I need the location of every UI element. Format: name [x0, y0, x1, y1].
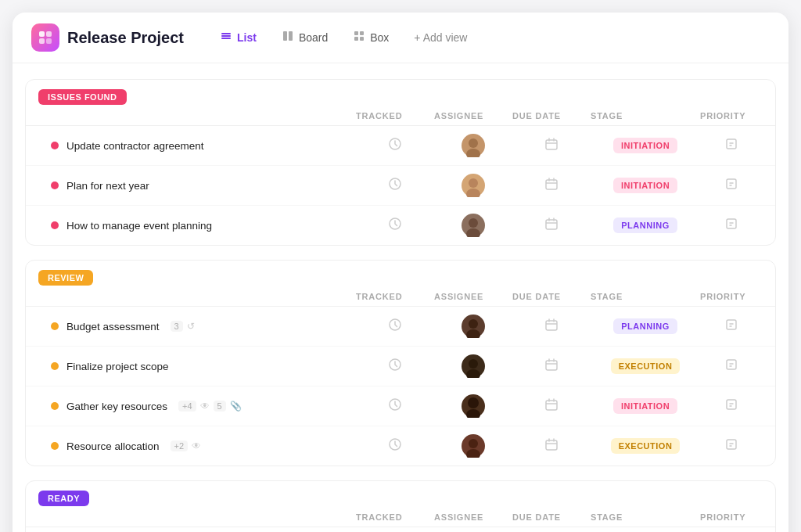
avatar [462, 354, 485, 378]
col-assignee-cell[interactable] [434, 214, 512, 237]
col-assignee: ASSIGNEE [434, 512, 512, 522]
priority-icon[interactable] [724, 217, 738, 235]
col-stage-cell[interactable]: INITIATION [591, 398, 700, 414]
calendar-icon[interactable] [544, 217, 559, 235]
priority-icon[interactable] [724, 358, 738, 376]
col-priority-cell[interactable] [700, 217, 763, 235]
task-row[interactable]: Gather key resources +4👁5📎 INITIATION [26, 386, 775, 426]
task-row[interactable]: Plan for next year INITIATION [26, 166, 775, 206]
priority-icon[interactable] [724, 397, 738, 415]
calendar-icon[interactable] [544, 437, 559, 455]
col-stage-cell[interactable]: EXECUTION [591, 438, 700, 454]
priority-icon[interactable] [724, 137, 738, 155]
task-row[interactable]: Budget assessment 3↺ PLANNING [26, 307, 775, 347]
col-priority-cell[interactable] [700, 397, 763, 415]
task-name: Plan for next year [51, 180, 356, 192]
col-tracked-cell[interactable] [356, 177, 434, 195]
col-stage-cell[interactable]: PLANNING [591, 318, 700, 334]
col-assignee-cell[interactable] [434, 134, 512, 157]
col-priority-cell[interactable] [700, 137, 763, 155]
col-duedate-cell[interactable] [512, 318, 591, 336]
calendar-icon[interactable] [544, 397, 559, 415]
col-priority-cell[interactable] [700, 358, 763, 376]
svg-point-15 [469, 138, 478, 148]
svg-rect-6 [221, 38, 231, 39]
col-priority-cell[interactable] [700, 437, 763, 455]
track-icon[interactable] [388, 177, 402, 195]
col-priority-cell[interactable] [700, 318, 763, 336]
col-tracked-cell[interactable] [356, 318, 434, 336]
col-duedate: DUE DATE [512, 512, 591, 522]
nav-list[interactable]: List [209, 25, 268, 50]
col-tracked: TRACKED [356, 512, 434, 522]
stage-badge: PLANNING [613, 318, 677, 334]
page-title: Release Project [67, 29, 184, 47]
track-icon[interactable] [388, 437, 402, 455]
track-icon[interactable] [388, 397, 402, 415]
avatar [462, 394, 485, 418]
task-row[interactable]: New contractor agreement PLANNING [26, 527, 775, 532]
task-row[interactable]: Finalize project scope EXECUTION [26, 347, 775, 386]
col-stage: STAGE [591, 512, 700, 522]
svg-rect-11 [354, 37, 358, 41]
add-view-button[interactable]: + Add view [403, 27, 478, 49]
task-label: How to manage event planning [66, 220, 212, 232]
priority-icon[interactable] [724, 437, 738, 455]
col-duedate-cell[interactable] [512, 358, 591, 376]
svg-rect-23 [546, 180, 557, 189]
calendar-icon[interactable] [544, 137, 559, 155]
col-tracked: TRACKED [356, 111, 434, 120]
col-stage-cell[interactable]: PLANNING [591, 217, 700, 233]
list-icon [220, 30, 232, 45]
svg-rect-7 [283, 31, 287, 41]
col-tracked-cell[interactable] [356, 217, 434, 235]
track-icon[interactable] [388, 358, 402, 376]
col-stage-cell[interactable]: EXECUTION [591, 358, 700, 374]
nav-board[interactable]: Board [271, 25, 339, 50]
track-icon[interactable] [388, 217, 402, 235]
section-header: REVIEW [26, 261, 775, 292]
track-icon[interactable] [388, 318, 402, 336]
svg-rect-47 [546, 401, 557, 410]
col-duedate-cell[interactable] [512, 217, 591, 235]
priority-icon[interactable] [724, 318, 738, 336]
col-duedate-cell[interactable] [512, 137, 591, 155]
svg-rect-18 [727, 139, 736, 149]
nav-box[interactable]: Box [342, 25, 400, 50]
task-dot [51, 442, 59, 450]
col-assignee-cell[interactable] [434, 354, 512, 378]
col-priority: PRIORITY [700, 292, 763, 301]
calendar-icon[interactable] [544, 177, 559, 195]
col-assignee-cell[interactable] [434, 394, 512, 418]
task-row[interactable]: Update contractor agreement INITIATION [26, 126, 775, 166]
col-assignee-cell[interactable] [434, 434, 512, 458]
svg-rect-3 [46, 38, 52, 44]
col-tracked-cell[interactable] [356, 397, 434, 415]
task-dot [51, 322, 59, 330]
col-stage-cell[interactable]: INITIATION [591, 178, 700, 193]
task-row[interactable]: Resource allocation +2👁 EXECUTION [26, 426, 775, 466]
svg-rect-35 [546, 321, 557, 330]
col-tracked-cell[interactable] [356, 437, 434, 455]
col-duedate-cell[interactable] [512, 437, 591, 455]
col-tracked-cell[interactable] [356, 137, 434, 155]
task-meta: +4👁5📎 [178, 401, 242, 412]
calendar-icon[interactable] [544, 358, 559, 376]
task-row[interactable]: How to manage event planning PLANNING [26, 206, 775, 245]
col-duedate-cell[interactable] [512, 177, 591, 195]
svg-rect-36 [727, 320, 736, 329]
col-assignee-cell[interactable] [434, 174, 512, 197]
col-tracked-cell[interactable] [356, 358, 434, 376]
task-name: Budget assessment 3↺ [51, 321, 356, 332]
col-priority-cell[interactable] [700, 177, 763, 195]
track-icon[interactable] [388, 137, 402, 155]
col-assignee: ASSIGNEE [434, 111, 512, 120]
col-assignee-cell[interactable] [434, 315, 512, 338]
priority-icon[interactable] [724, 177, 738, 195]
column-headers: TRACKED ASSIGNEE DUE DATE STAGE PRIORITY [26, 292, 775, 307]
col-task [51, 111, 356, 120]
col-duedate-cell[interactable] [512, 397, 591, 415]
calendar-icon[interactable] [544, 318, 559, 336]
col-stage-cell[interactable]: INITIATION [591, 138, 700, 153]
header-nav: List Board Box + Add view [209, 25, 478, 50]
